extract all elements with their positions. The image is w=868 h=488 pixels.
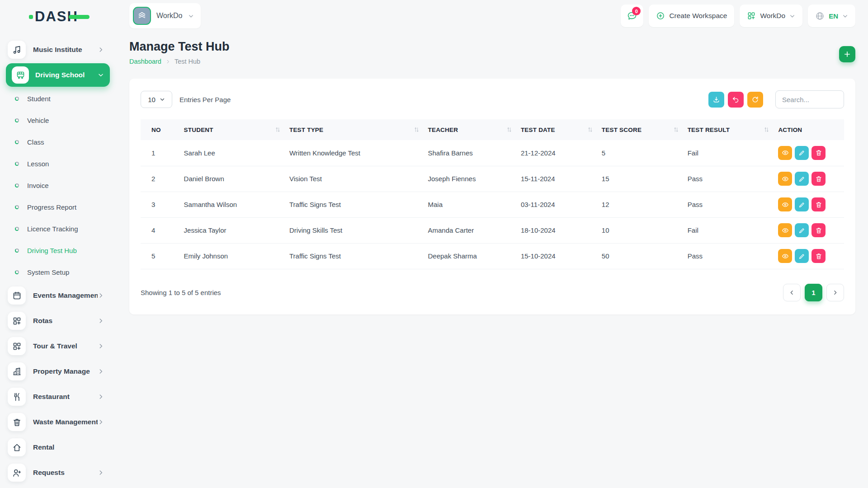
delete-button[interactable]: [811, 223, 826, 237]
sidebar-item-restaurant[interactable]: Restaurant: [0, 384, 116, 409]
sort-icon: [587, 127, 593, 133]
sidebar-item-student[interactable]: Student: [0, 88, 116, 109]
column-header-test_score[interactable]: TEST SCORE: [597, 119, 683, 140]
cell-test_result: Fail: [683, 217, 774, 243]
sort-icon: [673, 127, 679, 133]
column-header-student[interactable]: STUDENT: [179, 119, 285, 140]
edit-button[interactable]: [795, 146, 809, 160]
cell-student: Sarah Lee: [179, 140, 285, 166]
delete-button[interactable]: [811, 172, 826, 186]
bullet-icon: [15, 249, 19, 253]
building-icon: [12, 367, 22, 376]
view-button[interactable]: [778, 249, 792, 263]
bullet-icon: [15, 270, 19, 274]
row-actions: [778, 146, 840, 160]
pagination-prev-button[interactable]: [783, 284, 801, 301]
app-menu-button[interactable]: WorkDo: [740, 5, 802, 27]
search-input[interactable]: [775, 90, 844, 108]
topbar-actions: 0 Create Workspace WorkDo EN: [621, 5, 855, 27]
sidebar-item-label: Driving Test Hub: [27, 247, 77, 254]
sidebar-item-waste-management[interactable]: Waste Management: [0, 409, 116, 435]
sidebar-nav: Music InstituteDriving SchoolStudentVehi…: [0, 33, 116, 485]
breadcrumb-current: Test Hub: [175, 58, 200, 65]
pencil-icon: [798, 175, 806, 183]
sidebar-item-invoice[interactable]: Invoice: [0, 174, 116, 196]
table-row: 1Sarah LeeWritten Knowledge TestShafira …: [141, 140, 844, 166]
bullet-icon: [15, 205, 19, 209]
sidebar-item-label: Driving School: [35, 71, 98, 79]
sidebar-item-driving-school[interactable]: Driving School: [6, 63, 110, 87]
sidebar-item-label: Vehicle: [27, 117, 49, 124]
view-button[interactable]: [778, 146, 792, 160]
sidebar-item-music-institute[interactable]: Music Institute: [0, 37, 116, 62]
messages-button[interactable]: 0: [621, 5, 643, 27]
icon-chip: [8, 41, 26, 59]
table-header-row: NOSTUDENTTEST TYPETEACHERTEST DATETEST S…: [141, 119, 844, 140]
create-workspace-button[interactable]: Create Workspace: [649, 5, 734, 27]
workspace-switcher[interactable]: WorkDo: [129, 3, 201, 28]
logo-dot: [29, 15, 33, 19]
topbar: WorkDo 0 Create Workspace WorkDo EN: [116, 0, 868, 32]
logo-dash-bar: [69, 15, 90, 19]
sidebar-item-requests[interactable]: Requests: [0, 460, 116, 485]
edit-button[interactable]: [795, 172, 809, 186]
sidebar-item-licence-tracking[interactable]: Licence Tracking: [0, 218, 116, 239]
refresh-button[interactable]: [747, 92, 763, 108]
cell-teacher: Shafira Barnes: [424, 140, 516, 166]
sidebar-item-label: Requests: [33, 469, 98, 477]
column-header-test_type[interactable]: TEST TYPE: [285, 119, 424, 140]
test-hub-card: 10 Entries Per Page NOSTUDENTTEST TYPETE…: [129, 79, 855, 314]
download-button[interactable]: [708, 92, 724, 108]
delete-button[interactable]: [811, 146, 826, 160]
pagination-page-1-button[interactable]: 1: [805, 284, 822, 301]
sidebar-item-rotas[interactable]: Rotas: [0, 308, 116, 333]
view-button[interactable]: [778, 197, 792, 211]
sidebar-item-system-setup[interactable]: System Setup: [0, 261, 116, 283]
sidebar-item-class[interactable]: Class: [0, 131, 116, 153]
sidebar-item-label: Property Manage: [33, 367, 98, 375]
view-button[interactable]: [778, 172, 792, 186]
edit-button[interactable]: [795, 223, 809, 237]
sidebar-item-progress-report[interactable]: Progress Report: [0, 196, 116, 218]
icon-chip: [8, 312, 26, 330]
row-actions: [778, 172, 840, 186]
undo-button[interactable]: [728, 92, 744, 108]
sidebar-item-rental[interactable]: Rental: [0, 435, 116, 460]
create-workspace-label: Create Workspace: [669, 12, 727, 20]
add-test-button[interactable]: [839, 46, 855, 62]
sidebar-item-lesson[interactable]: Lesson: [0, 153, 116, 174]
pagination-next-button[interactable]: [826, 284, 844, 301]
sidebar-item-property-manage[interactable]: Property Manage: [0, 359, 116, 384]
edit-button[interactable]: [795, 249, 809, 263]
chevron-down-icon: [842, 13, 848, 19]
cell-test_result: Pass: [683, 243, 774, 269]
column-header-test_result[interactable]: TEST RESULT: [683, 119, 774, 140]
delete-button[interactable]: [811, 197, 826, 211]
showing-entries-text: Showing 1 to 5 of 5 entries: [141, 289, 221, 296]
column-header-teacher[interactable]: TEACHER: [424, 119, 516, 140]
sidebar-item-driving-test-hub[interactable]: Driving Test Hub: [0, 239, 116, 261]
row-actions: [778, 223, 840, 237]
entries-per-page-select[interactable]: 10: [141, 91, 172, 108]
sidebar-item-events-management[interactable]: Events Management: [0, 283, 116, 308]
language-button[interactable]: EN: [808, 5, 855, 27]
sidebar-item-tour-travel[interactable]: Tour & Travel: [0, 333, 116, 359]
cell-no: 4: [141, 217, 179, 243]
app-logo[interactable]: DASH: [0, 0, 116, 33]
cell-no: 1: [141, 140, 179, 166]
chevron-right-icon: [98, 343, 104, 349]
main-content: Manage Test Hub Dashboard Test Hub 10 En…: [116, 32, 868, 488]
breadcrumb-dashboard-link[interactable]: Dashboard: [129, 58, 161, 65]
icon-chip: [12, 66, 29, 84]
plus-icon: [843, 50, 851, 58]
delete-button[interactable]: [811, 249, 826, 263]
cell-actions: [774, 140, 844, 166]
grid-plus-icon: [747, 11, 756, 20]
row-actions: [778, 249, 840, 263]
edit-button[interactable]: [795, 197, 809, 211]
sidebar-item-vehicle[interactable]: Vehicle: [0, 109, 116, 131]
column-header-test_date[interactable]: TEST DATE: [516, 119, 597, 140]
view-button[interactable]: [778, 223, 792, 237]
circle-plus-icon: [656, 11, 665, 20]
bullet-icon: [15, 183, 19, 188]
